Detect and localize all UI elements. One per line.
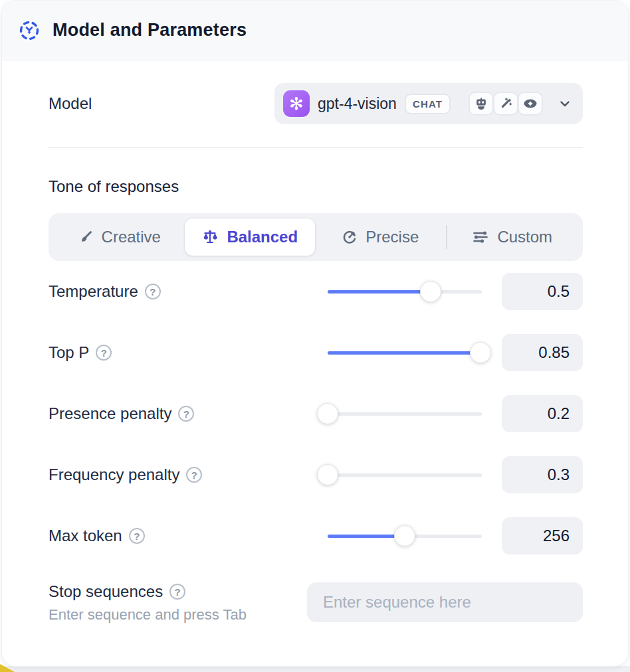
slider-track [328, 412, 482, 416]
background-strip [0, 666, 630, 672]
openai-logo-icon: ✻ [283, 90, 310, 117]
tab-label: Precise [366, 228, 419, 246]
chevron-down-icon [558, 96, 572, 111]
slider-temperature[interactable] [328, 281, 482, 302]
param-label: Temperature [49, 282, 138, 301]
section-divider [49, 147, 583, 148]
panel-title: Model and Parameters [52, 20, 247, 41]
stop-sequences-hint: Enter sequence and press Tab [49, 606, 307, 624]
param-label: Max token [49, 527, 122, 545]
tab-balanced[interactable]: Balanced [185, 218, 316, 256]
slider-top-p[interactable] [328, 342, 482, 363]
model-label: Model [49, 94, 274, 113]
help-icon[interactable]: ? [186, 467, 202, 483]
tab-label: Balanced [227, 228, 298, 246]
capability-icons [470, 92, 543, 116]
eye-icon [518, 92, 543, 116]
help-icon[interactable]: ? [169, 584, 185, 600]
slider-presence-penalty[interactable] [328, 403, 482, 424]
slider-track [328, 473, 482, 477]
tone-tabs: Creative Balanced [49, 213, 583, 261]
tab-custom[interactable]: Custom [447, 218, 578, 256]
slider-frequency-penalty[interactable] [328, 464, 482, 485]
paintbrush-icon [78, 229, 94, 245]
target-icon [342, 229, 358, 245]
slider-thumb[interactable] [420, 281, 441, 302]
help-icon[interactable]: ? [96, 345, 112, 361]
param-row-max-token: Max token ? 256 [49, 505, 583, 566]
param-row-top-p: Top P ? 0.85 [49, 322, 583, 383]
robot-icon [469, 92, 494, 116]
param-label: Top P [49, 343, 89, 362]
sliders-icon [472, 229, 489, 245]
param-row-presence-penalty: Presence penalty ? 0.2 [49, 383, 583, 444]
param-row-frequency-penalty: Frequency penalty ? 0.3 [49, 444, 583, 505]
stop-sequences-label: Stop sequences [49, 582, 163, 601]
slider-track [328, 290, 482, 294]
model-select[interactable]: ✻ gpt-4-vision CHAT [274, 83, 583, 124]
stop-sequences-row: Stop sequences ? Enter sequence and pres… [49, 582, 583, 624]
value-frequency-penalty[interactable]: 0.3 [502, 456, 583, 493]
selected-model-name: gpt-4-vision [318, 95, 397, 113]
tab-creative[interactable]: Creative [54, 218, 185, 256]
panel-content: Model ✻ gpt-4-vision CHAT [2, 83, 628, 624]
page: Model and Parameters Model ✻ gpt-4-visio… [0, 0, 630, 672]
stop-sequence-input[interactable] [307, 582, 583, 622]
param-label: Presence penalty [49, 404, 171, 423]
value-top-p[interactable]: 0.85 [502, 334, 583, 371]
param-row-temperature: Temperature ? 0.5 [49, 261, 583, 322]
panel-header: Model and Parameters [2, 1, 628, 60]
chat-badge: CHAT [405, 94, 451, 114]
help-icon[interactable]: ? [145, 284, 161, 299]
model-row: Model ✻ gpt-4-vision CHAT [49, 83, 583, 124]
value-temperature[interactable]: 0.5 [502, 273, 583, 310]
balance-scale-icon [201, 228, 219, 246]
tone-heading: Tone of responses [49, 177, 583, 196]
slider-track [328, 351, 482, 355]
slider-thumb[interactable] [394, 525, 415, 546]
tab-label: Creative [102, 228, 161, 246]
slider-max-token[interactable] [328, 525, 482, 546]
slider-thumb[interactable] [317, 464, 338, 485]
tab-label: Custom [497, 228, 552, 246]
value-presence-penalty[interactable]: 0.2 [502, 395, 583, 432]
help-icon[interactable]: ? [178, 406, 194, 422]
model-parameters-icon [18, 19, 41, 42]
model-parameters-panel: Model and Parameters Model ✻ gpt-4-visio… [1, 0, 629, 667]
help-icon[interactable]: ? [129, 528, 145, 544]
magic-wand-icon [493, 92, 518, 116]
slider-thumb[interactable] [470, 342, 491, 363]
tab-precise[interactable]: Precise [315, 218, 446, 256]
param-label: Frequency penalty [49, 465, 179, 484]
slider-thumb[interactable] [317, 403, 338, 424]
value-max-token[interactable]: 256 [502, 517, 583, 554]
